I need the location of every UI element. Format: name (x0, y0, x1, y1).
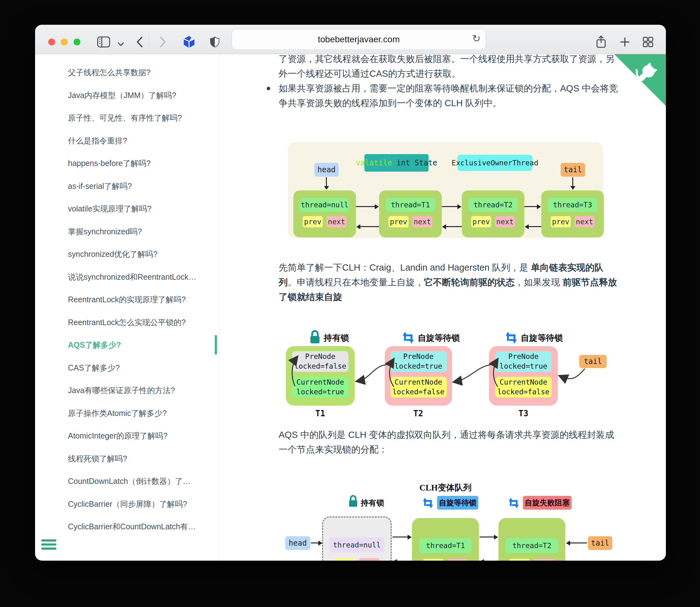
sidebar-item[interactable]: 原子操作类Atomic了解多少? (35, 402, 219, 425)
prev-arrow (445, 226, 462, 227)
menu-toggle-button[interactable] (41, 539, 56, 552)
paragraph-text: 了资源，其它线程就会在获取失败后被阻塞。一个线程使用共享方式获取了资源，另外一个… (279, 54, 618, 81)
sidebar-item[interactable]: ReentrantLock的实现原理了解吗? (35, 288, 219, 311)
head-arrow (326, 177, 327, 187)
plus-icon (620, 37, 630, 47)
prev-pointer: prev (303, 216, 323, 227)
next-pointer: next (327, 216, 347, 227)
thread-label: thread=T1 (419, 538, 472, 553)
sidebar-item[interactable]: CyclicBarrier和CountDownLatch有… (35, 515, 219, 538)
toolbar-separator (149, 34, 149, 45)
tail-pointer-label: tail (579, 355, 607, 368)
sidebar-item[interactable]: 线程死锁了解吗? (35, 447, 219, 470)
queue-node: thread=null prevnext (293, 190, 356, 237)
prenode-label: PreNode (305, 352, 335, 360)
privacy-shield-button[interactable] (208, 35, 222, 49)
github-corner-link[interactable] (614, 54, 666, 106)
clh-queue-diagram: 持有锁 自旋等待锁 自旋等待锁 PreNodelocked=false (279, 329, 618, 422)
hamburger-icon (41, 539, 56, 542)
legend-hold-lock: 持有锁 (360, 498, 384, 508)
aqs-variant-paragraph: AQS 中的队列是 CLH 变体的虚拟双向队列，通过将每条请求共享资源的线程封装… (279, 427, 618, 457)
url-bar[interactable]: tobebetterjavaer.com ↻ (232, 29, 486, 50)
sidebar-item[interactable]: 父子线程怎么共享数据? (35, 61, 219, 84)
tail-arrow (572, 177, 573, 187)
tail-pointer-label: tail (588, 536, 612, 550)
next-arrow (356, 206, 375, 207)
sidebar-toggle-button[interactable] (97, 35, 110, 49)
sidebar-item[interactable]: ReentrantLock怎么实现公平锁的? (35, 311, 219, 334)
dummy-node: thread=null prevnext (322, 517, 392, 561)
article-main: 了资源，其它线程就会在获取失败后被阻塞。一个线程使用共享方式获取了资源，另外一个… (219, 54, 666, 561)
sidebar-item[interactable]: 什么是指令重排? (35, 129, 219, 152)
legend-hold-lock: 持有锁 (324, 332, 349, 343)
sidebar-item[interactable]: AtomicInteger的原理了解吗? (35, 424, 219, 447)
sidebar-item[interactable]: CAS了解多少? (35, 356, 219, 379)
sidebar-item[interactable]: CyclicBarrier（同步屏障）了解吗? (35, 493, 219, 516)
sidebar-dropdown-button[interactable] (114, 37, 128, 51)
spin-icon (505, 331, 518, 344)
state-field-label: valatile int State (365, 154, 429, 172)
queue-node: thread=T1 prevnext (379, 190, 442, 237)
reload-icon[interactable]: ↻ (472, 33, 481, 44)
legend-spin-wait: 自旋等待锁 (418, 332, 460, 343)
next-arrow (480, 537, 495, 538)
sidebar-item[interactable]: Java内存模型（JMM）了解吗? (35, 84, 219, 107)
clh-variant-diagram: CLH变体队列 持有锁 自旋等待锁 (279, 482, 618, 561)
queue-node: thread=T2 prevnext (462, 190, 524, 237)
prev-arrow (360, 226, 379, 227)
share-icon (596, 35, 606, 48)
sidebar-item-active[interactable]: AQS了解多少? (35, 334, 219, 356)
sidebar-item[interactable]: 掌握synchronized吗? (35, 220, 219, 243)
minimize-window-button[interactable] (61, 39, 68, 45)
next-arrow (393, 537, 408, 538)
clh-paragraph: 先简单了解一下CLH：Craig、Landin and Hagersten 队列… (279, 260, 618, 305)
url-text: tobebetterjavaer.com (318, 35, 400, 44)
sidebar-item[interactable]: happens-before了解吗? (35, 152, 219, 175)
spin-icon (422, 497, 434, 509)
thread-label-t3: T3 (489, 409, 558, 418)
clh-node-t3: PreNodelocked=true CurrentNodelocked=fal… (489, 346, 558, 405)
sidebar-item[interactable]: volatile实现原理了解吗? (35, 197, 219, 220)
chevron-down-icon (117, 42, 124, 46)
legend-spin-wait-chip: 自旋等待锁 (437, 496, 478, 509)
tail-arrow (569, 543, 587, 543)
lock-icon (348, 495, 358, 508)
sidebar-item[interactable]: CountDownLatch（倒计数器）了… (35, 470, 219, 493)
sidebar-item[interactable]: Java有哪些保证原子性的方法? (35, 379, 219, 402)
currentnode-label: CurrentNode (394, 378, 442, 386)
sidebar-item[interactable]: 说说synchronized和ReentrantLock… (35, 266, 219, 289)
chevron-left-icon (136, 36, 144, 48)
head-arrow (311, 543, 319, 543)
diagram3-title: CLH变体队列 (279, 482, 612, 493)
back-button[interactable] (133, 35, 147, 49)
bullet-item: 如果共享资源被占用，需要一定的阻塞等待唤醒机制来保证锁的分配，AQS 中会将竞争… (279, 81, 618, 110)
tail-pointer-label: tail (561, 163, 585, 177)
sidebar-item[interactable]: 原子性、可见性、有序性了解吗? (35, 106, 219, 129)
sidebar-item[interactable]: synchronized优化了解吗? (35, 243, 219, 266)
forward-button[interactable] (156, 35, 170, 49)
tab-overview-button[interactable] (641, 35, 655, 49)
chevron-right-icon (159, 36, 167, 48)
thread-label: thread=null (329, 538, 385, 552)
sidebar-icon (97, 36, 110, 48)
content-blocker-button[interactable] (182, 35, 196, 49)
thread-label: thread=T3 (548, 198, 597, 212)
lock-icon (309, 330, 321, 344)
head-pointer-label: head (314, 163, 339, 177)
zoom-window-button[interactable] (73, 39, 81, 45)
close-window-button[interactable] (48, 39, 55, 45)
new-tab-button[interactable] (618, 35, 632, 49)
spin-icon (508, 497, 520, 509)
legend-spin-fail-chip: 自旋失败阻塞 (523, 496, 572, 509)
share-button[interactable] (594, 35, 608, 49)
sidebar-item[interactable]: as-if-serial了解吗? (35, 175, 219, 197)
shield-icon (210, 35, 220, 48)
paragraph-continuation: 了资源，其它线程就会在获取失败后被阻塞。一个线程使用共享方式获取了资源，另外一个… (279, 54, 618, 110)
next-arrow (524, 206, 538, 207)
thread-label: thread=null (300, 198, 349, 212)
thread-label-t1: T1 (286, 409, 355, 418)
thread-label: thread=T1 (386, 198, 435, 212)
thread-label: thread=T2 (506, 538, 558, 553)
aqs-diagram: head valatile int State ExclusiveOwnerTh… (288, 142, 603, 238)
currentnode-label: CurrentNode (500, 378, 547, 386)
